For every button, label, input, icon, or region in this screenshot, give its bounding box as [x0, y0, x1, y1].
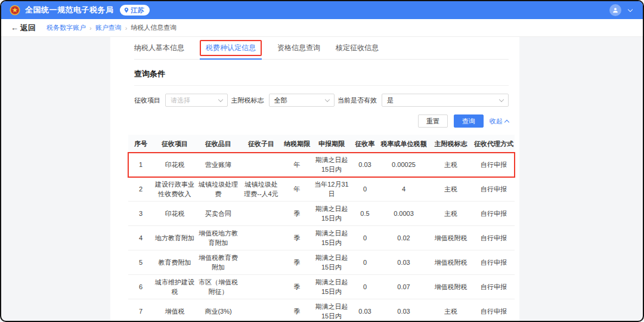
table-cell: 0.03: [351, 160, 379, 169]
select-value: 全部: [274, 96, 287, 105]
table-cell: 0.03: [379, 306, 429, 316]
column-header: 征收子目: [240, 138, 282, 149]
table-row-5[interactable]: 5教育费附加增值税教育费附加季期满之日起15日内00.03增值税附税自行申报: [128, 250, 515, 275]
breadcrumb-separator: ›: [125, 24, 128, 32]
table-cell: 1: [128, 160, 153, 169]
breadcrumb-bar: ← 返回 税务数字账户›账户查询›纳税人信息查询: [1, 19, 643, 37]
table-cell: 商业(3%): [196, 306, 240, 316]
user-avatar-icon[interactable]: [609, 4, 621, 16]
table-cell: 增值税地方教育附加: [196, 228, 240, 247]
table-body: 1印花税营业账簿年期满之日起15日内0.030.00025主税自行申报2建设行政…: [128, 153, 515, 322]
breadcrumb: 税务数字账户›账户查询›纳税人信息查询: [47, 23, 177, 32]
table-cell: 市区（增值税附征）: [196, 277, 240, 296]
table-cell: 0.00025: [379, 160, 429, 169]
tab-4[interactable]: 核定征收信息: [336, 37, 379, 59]
table-cell: 期满之日起15日内: [312, 204, 351, 223]
table-cell: 年: [282, 160, 312, 169]
select-value: 请选择: [171, 96, 190, 105]
table-row-3[interactable]: 3印花税买卖合同季期满之日起15日内0.50.0003主税自行申报: [128, 202, 515, 226]
column-header: 征收品目: [196, 138, 240, 149]
filter-label: 当前是否有效: [338, 96, 377, 105]
tab-label: 纳税人基本信息: [134, 41, 184, 55]
column-header: 纳税期限: [282, 138, 312, 149]
page-body: 纳税人基本信息税费种认定信息资格信息查询核定征收信息 查询条件 征收项目请选择主…: [1, 37, 643, 322]
table-cell: 期满之日起15日内: [312, 253, 351, 272]
table-cell: 0.03: [379, 258, 429, 267]
table-row-6[interactable]: 6城市维护建设税市区（增值税附征）季期满之日起15日内00.07增值税附税自行申…: [128, 275, 515, 299]
table-cell: 自行申报: [473, 306, 515, 316]
table-cell: 主税: [429, 184, 473, 194]
table-cell: 季: [282, 233, 312, 243]
location-pin-icon: [123, 7, 129, 14]
table-cell: 主税: [429, 160, 473, 169]
tab-3[interactable]: 资格信息查询: [277, 37, 320, 59]
filter-group-2: 主附税标志全部: [231, 94, 335, 107]
table-cell: 增值税教育费附加: [196, 253, 240, 272]
table-cell: 自行申报: [473, 184, 515, 194]
reset-button[interactable]: 重置: [418, 114, 448, 128]
table-row-7[interactable]: 7增值税商业(3%)季期满之日起15日内0.030.03主税自行申报: [128, 299, 515, 322]
action-buttons: 重置 查询 收起: [110, 114, 509, 128]
tab-2[interactable]: 税费种认定信息: [200, 37, 262, 59]
table-cell: 自行申报: [473, 282, 515, 292]
table-cell: 5: [128, 258, 153, 267]
table-cell: 0.07: [379, 282, 429, 292]
breadcrumb-item-1[interactable]: 税务数字账户: [47, 23, 86, 32]
table-cell: 营业账簿: [196, 160, 240, 169]
tab-1[interactable]: 纳税人基本信息: [134, 37, 184, 59]
table-cell: 增值税附税: [429, 258, 473, 267]
back-label: 返回: [20, 23, 36, 33]
table-cell: 0: [351, 233, 379, 243]
collapse-toggle[interactable]: 收起: [490, 117, 509, 126]
table-cell: 印花税: [153, 160, 196, 169]
column-header: 主附税标志: [429, 138, 473, 149]
chevron-down-icon: [218, 97, 223, 101]
table-row-2[interactable]: 2建设行政事业性收费收入城镇垃圾处理费城镇垃圾处理费--人4元年当年12月31日…: [128, 177, 515, 202]
table-row-4[interactable]: 4地方教育附加增值税地方教育附加季期满之日起15日内00.02增值税附税自行申报: [128, 226, 515, 250]
column-header: 序号: [128, 138, 153, 149]
table-cell: 增值税附税: [429, 233, 473, 243]
search-button[interactable]: 查询: [454, 114, 484, 128]
table-cell: 期满之日起15日内: [312, 155, 351, 174]
table-cell: 0: [351, 282, 379, 292]
filter-select-3[interactable]: 是: [382, 94, 509, 107]
table-cell: 0.02: [379, 233, 429, 243]
breadcrumb-item-2[interactable]: 账户查询: [95, 23, 122, 32]
content-card: 纳税人基本信息税费种认定信息资格信息查询核定征收信息 查询条件 征收项目请选择主…: [110, 37, 519, 322]
table-cell: 买卖合同: [196, 209, 240, 218]
column-header: 征收代理方式: [473, 138, 515, 149]
table-cell: 0.0003: [379, 209, 429, 218]
chevron-down-icon[interactable]: [628, 7, 633, 11]
table-cell: 增值税附税: [429, 282, 473, 292]
collapse-label: 收起: [490, 117, 503, 126]
filter-row: 征收项目请选择主附税标志全部当前是否有效是: [134, 94, 509, 107]
table-cell: 主税: [429, 306, 473, 316]
table-cell: 季: [282, 258, 312, 267]
back-button[interactable]: ← 返回: [11, 23, 36, 33]
filter-select-1[interactable]: 请选择: [165, 94, 228, 107]
location-badge[interactable]: 江苏: [120, 5, 150, 16]
table-cell: 0.03: [351, 306, 379, 316]
table-cell: 0: [351, 184, 379, 194]
left-arrow-icon: ←: [11, 23, 18, 32]
table-cell: 建设行政事业性收费收入: [153, 179, 196, 199]
table-cell: 自行申报: [473, 233, 515, 243]
tab-label: 核定征收信息: [336, 41, 379, 55]
table-cell: 期满之日起15日内: [312, 228, 351, 247]
tab-label: 税费种认定信息: [200, 40, 262, 56]
table-cell: 季: [282, 306, 312, 316]
table-cell: 自行申报: [473, 209, 515, 218]
select-value: 是: [387, 96, 394, 105]
breadcrumb-separator: ›: [89, 24, 92, 32]
table-cell: 年: [282, 184, 312, 194]
column-header: 征收率: [351, 138, 379, 149]
filter-select-2[interactable]: 全部: [269, 94, 335, 107]
breadcrumb-item-3: 纳税人信息查询: [131, 23, 177, 32]
query-conditions-title: 查询条件: [134, 60, 509, 86]
table-row-1[interactable]: 1印花税营业账簿年期满之日起15日内0.030.00025主税自行申报: [128, 153, 515, 177]
table-header-row: 序号征收项目征收品目征收子目纳税期限申报期限征收率税率或单位税额主附税标志征收代…: [128, 135, 515, 153]
column-header: 申报期限: [312, 138, 351, 149]
table-cell: 2: [128, 184, 153, 194]
tab-label: 资格信息查询: [277, 41, 320, 55]
table-cell: 城镇垃圾处理费--人4元: [240, 179, 282, 199]
